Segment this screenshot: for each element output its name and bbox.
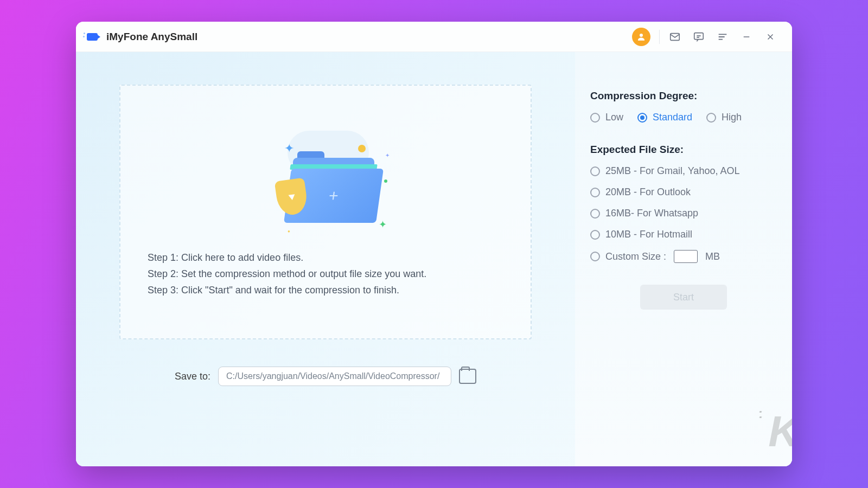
step-1: Step 1: Click here to add video files. <box>148 250 426 266</box>
feedback-icon[interactable] <box>687 25 711 49</box>
step-2: Step 2: Set the compression method or ou… <box>148 266 426 282</box>
size-16mb-label: 16MB- For Whatsapp <box>605 208 698 219</box>
size-custom-unit: MB <box>705 251 720 262</box>
menu-icon[interactable] <box>711 25 735 49</box>
size-20mb-label: 20MB - For Outlook <box>605 187 691 198</box>
size-10mb[interactable]: 10MB - For Hotmaill <box>590 229 777 240</box>
size-10mb-label: 10MB - For Hotmaill <box>605 229 692 240</box>
account-avatar[interactable] <box>632 28 650 46</box>
start-button[interactable]: Start <box>640 285 727 310</box>
degree-standard-label: Standard <box>653 112 692 123</box>
save-to-label: Save to: <box>175 371 210 382</box>
minimize-button[interactable] <box>735 25 758 49</box>
degree-standard[interactable]: Standard <box>637 112 692 123</box>
expected-size-title: Expected File Size: <box>590 144 777 156</box>
compression-degree-group: Low Standard High <box>590 112 777 123</box>
app-title: iMyFone AnySmall <box>106 31 197 43</box>
folder-illustration: + ✦ ✦ ✦ ● <box>255 125 396 234</box>
instruction-steps: Step 1: Click here to add video files. S… <box>148 250 426 298</box>
app-body: + ✦ ✦ ✦ ● Step 1: Click here to add vide… <box>76 52 792 466</box>
titlebar: iMyFone AnySmall <box>76 22 792 52</box>
app-logo-icon <box>86 30 101 43</box>
degree-high-label: High <box>722 112 742 123</box>
step-3: Step 3: Click "Start" and wait for the c… <box>148 282 426 299</box>
size-custom-label: Custom Size : <box>605 251 666 262</box>
size-25mb[interactable]: 25MB - For Gmail, Yahoo, AOL <box>590 165 777 177</box>
size-25mb-label: 25MB - For Gmail, Yahoo, AOL <box>605 165 739 177</box>
save-row: Save to: <box>175 367 476 386</box>
expected-size-group: 25MB - For Gmail, Yahoo, AOL 20MB - For … <box>590 165 777 263</box>
close-button[interactable] <box>758 25 782 49</box>
size-20mb[interactable]: 20MB - For Outlook <box>590 187 777 198</box>
degree-low-label: Low <box>605 112 623 123</box>
compression-degree-title: Compression Degree: <box>590 90 777 102</box>
app-window: iMyFone AnySmall <box>76 22 792 466</box>
browse-folder-icon[interactable] <box>459 369 476 384</box>
size-custom[interactable]: Custom Size : MB <box>590 250 777 263</box>
side-panel: Compression Degree: Low Standard High Ex… <box>575 52 792 466</box>
main-panel: + ✦ ✦ ✦ ● Step 1: Click here to add vide… <box>76 52 575 466</box>
titlebar-separator <box>659 30 660 44</box>
degree-low[interactable]: Low <box>590 112 623 123</box>
degree-high[interactable]: High <box>706 112 742 123</box>
save-path-input[interactable] <box>218 367 451 386</box>
mail-icon[interactable] <box>663 25 687 49</box>
size-16mb[interactable]: 16MB- For Whatsapp <box>590 208 777 219</box>
dropzone[interactable]: + ✦ ✦ ✦ ● Step 1: Click here to add vide… <box>119 85 532 339</box>
svg-point-0 <box>640 34 643 37</box>
custom-size-input[interactable] <box>674 250 698 263</box>
